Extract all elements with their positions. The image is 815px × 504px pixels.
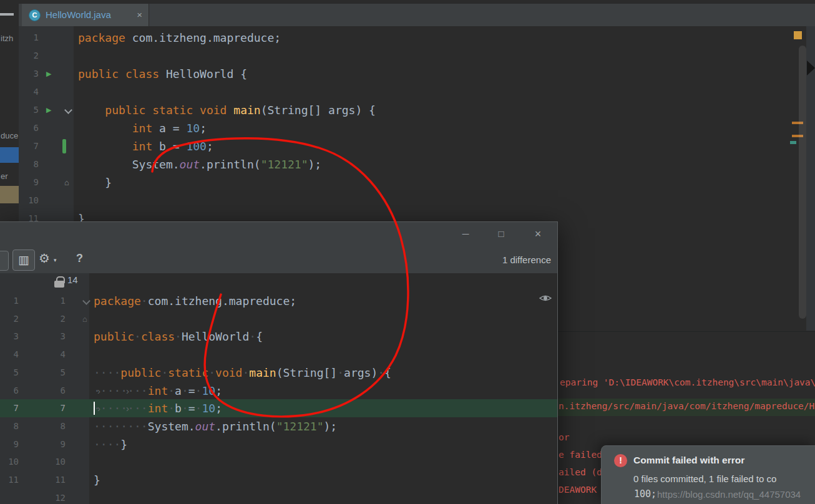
close-icon[interactable]: × [137, 4, 142, 26]
old-line-number: 1 [0, 292, 19, 310]
old-line-number: 2 [0, 310, 19, 328]
new-line-number: 8 [47, 417, 66, 435]
old-line-number: 9 [0, 435, 19, 453]
new-line-number: 1 [47, 292, 66, 310]
new-line-number: 9 [47, 435, 66, 453]
new-line-number: 7 [47, 399, 66, 417]
diff-row[interactable]: 1111} [0, 471, 557, 489]
collapsed-panel-handle[interactable] [0, 13, 14, 16]
notification-title: Commit failed with error [633, 455, 744, 466]
old-line-number: 11 [0, 471, 19, 489]
diff-window: ─ □ × ▥ ⚙ ▾ ? 1 difference 14 11package·… [0, 221, 558, 504]
old-line-number: 5 [0, 364, 19, 382]
fold-icon[interactable] [82, 297, 90, 305]
old-line-number: 7 [0, 399, 19, 417]
diff-row[interactable]: 11package·com.itzheng.mapreduce; [0, 292, 557, 310]
diff-row[interactable]: 1010 [0, 453, 557, 471]
console-error-line: or [559, 431, 569, 443]
new-line-number: 3 [47, 327, 66, 346]
code-line[interactable]: public class HelloWorld { [78, 65, 247, 83]
code-line[interactable]: package com.itzheng.mapreduce; [78, 29, 281, 47]
new-line-number: 12 [47, 489, 66, 504]
new-line-number: 10 [47, 453, 66, 471]
diff-code-line[interactable]: ········System.out.println("12121"); [94, 417, 337, 435]
diff-row[interactable]: 99····} [0, 435, 557, 453]
difference-count-label: 1 difference [502, 254, 551, 265]
java-class-icon: C [29, 9, 41, 21]
minimize-button[interactable]: ─ [456, 225, 475, 243]
old-line-number: 6 [0, 382, 19, 400]
old-line-number: 4 [0, 346, 19, 364]
lock-icon [54, 281, 64, 288]
diff-row[interactable]: 77››········int·b·=·10; [0, 399, 557, 417]
partial-toolbar-icon[interactable] [0, 251, 9, 271]
gear-icon[interactable]: ⚙ [39, 251, 50, 266]
error-stripe-indicator[interactable] [794, 31, 802, 39]
chevron-down-icon: ▾ [54, 257, 57, 263]
console-fragment: 100; [634, 488, 656, 500]
console-error-line: n.itzheng/src/main/java/com/itzheng/mapr… [559, 400, 814, 412]
diff-code-line[interactable]: ····public·static·void·main(String[]·arg… [94, 364, 391, 382]
diff-code-line[interactable]: ········int·a·=·10; [94, 382, 222, 400]
diff-row[interactable]: 44 [0, 346, 557, 364]
code-line[interactable]: int a = 10; [78, 119, 207, 137]
diff-row[interactable]: 55····public·static·void·main(String[]·a… [0, 364, 557, 382]
notification-body: 0 files committed, 1 file failed to co [633, 473, 776, 484]
diff-row[interactable]: 12 [0, 489, 557, 504]
diff-rows: 11package·com.itzheng.mapreduce;22⌂33pub… [0, 292, 557, 504]
new-line-number: 4 [47, 346, 66, 364]
editor-tab-bar: C HelloWorld.java × [19, 4, 815, 26]
scrollbar[interactable] [799, 46, 806, 319]
console-error-line: eparing 'D:\IDEAWORK\com.itzheng\src\mai… [560, 376, 815, 389]
new-line-number: 5 [47, 364, 66, 382]
code-line[interactable]: public static void main(String[] args) { [78, 101, 376, 119]
top-code-rows: package com.itzheng.mapreduce;public cla… [0, 29, 815, 253]
console-error-line: DEAWORK [559, 483, 597, 496]
fold-end-icon[interactable]: ⌂ [82, 310, 87, 328]
watermark: https://blog.csdn.net/qq_44757034 [657, 489, 801, 500]
old-line-number: 8 [0, 417, 19, 435]
help-icon[interactable]: ? [76, 252, 83, 265]
diff-row[interactable]: 88········System.out.println("12121"); [0, 417, 557, 435]
console-error-line: ailed (de [559, 466, 608, 478]
play-icon[interactable] [807, 61, 815, 75]
tab-helloworld[interactable]: C HelloWorld.java × [22, 4, 149, 26]
code-line[interactable]: System.out.println("12121"); [78, 155, 321, 173]
lock-count-label: 14 [67, 274, 78, 285]
panel-divider [557, 331, 815, 332]
diff-code-line[interactable]: package·com.itzheng.mapreduce; [94, 292, 296, 310]
close-button[interactable]: × [529, 225, 547, 243]
diff-code-line[interactable]: ········int·b·=·10; [94, 399, 222, 417]
diff-code-line[interactable]: } [94, 471, 100, 489]
new-line-number: 11 [47, 471, 66, 489]
maximize-button[interactable]: □ [492, 225, 510, 243]
old-line-number: 10 [0, 453, 19, 471]
tab-label: HelloWorld.java [46, 4, 111, 26]
old-line-number: 3 [0, 327, 19, 346]
diff-code-line[interactable]: ····} [94, 435, 127, 453]
code-line[interactable]: int b = 100; [78, 137, 213, 155]
diff-row[interactable]: 33public·class·HelloWorld·{ [0, 327, 557, 346]
diff-viewer-mode-icon[interactable]: ▥ [12, 250, 35, 271]
code-line[interactable]: } [78, 173, 112, 191]
diff-code-line[interactable]: public·class·HelloWorld·{ [94, 327, 263, 346]
ide-root: C HelloWorld.java × itzh duce er 123▶45▶… [0, 0, 815, 504]
error-icon: ! [614, 454, 627, 467]
change-stripe-mark[interactable] [790, 141, 796, 144]
new-line-number: 6 [47, 382, 66, 400]
diff-row[interactable]: 66››········int·a·=·10; [0, 382, 557, 400]
new-line-number: 2 [47, 310, 66, 328]
diff-row[interactable]: 22⌂ [0, 310, 557, 328]
